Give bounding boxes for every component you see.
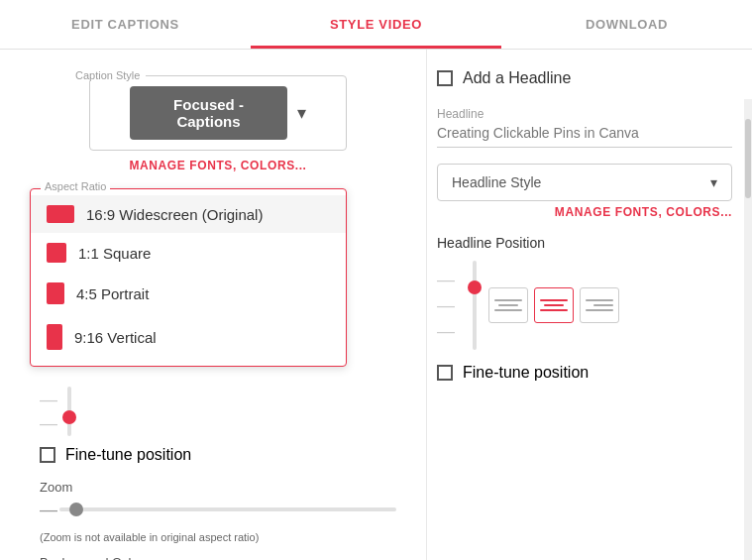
caption-style-box: Focused - Captions ▾: [89, 75, 347, 151]
headline-field-value: Creating Clickable Pins in Canva: [437, 125, 732, 148]
right-fine-tune-checkbox[interactable]: [437, 365, 453, 381]
manage-fonts-link[interactable]: MANAGE FONTS, COLORS...: [129, 159, 306, 172]
aspect-ratio-item-square[interactable]: 1:1 Square: [31, 233, 346, 273]
ar-line2: [593, 304, 613, 306]
right-panel: Add a Headline Headline Creating Clickab…: [426, 50, 752, 560]
align-left-button[interactable]: [488, 287, 528, 323]
portrait-icon: [47, 282, 64, 304]
ac-line2: [544, 304, 564, 306]
align-center-button[interactable]: [534, 287, 574, 323]
main-content: Caption Style Focused - Captions ▾ MANAG…: [0, 50, 752, 560]
pos-dash-2: —: [40, 414, 57, 432]
pos-dash-1: —: [40, 391, 57, 408]
caption-style-label: Caption Style: [69, 69, 146, 81]
pos-thumb[interactable]: [62, 410, 76, 424]
vertical-icon: [47, 324, 62, 350]
bg-color-label: Background Color: [40, 555, 396, 560]
fine-tune-checkbox[interactable]: [40, 447, 55, 463]
caption-dropdown-arrow-icon[interactable]: ▾: [297, 102, 306, 124]
aspect-ratio-item-widescreen[interactable]: 16:9 Widescreen (Original): [31, 195, 346, 233]
headline-position-label: Headline Position: [437, 235, 732, 251]
right-fine-tune-row: Fine-tune position: [437, 364, 732, 382]
add-headline-row: Add a Headline: [437, 69, 732, 87]
zoom-thumb[interactable]: [69, 503, 83, 516]
zoom-dash: —: [40, 501, 52, 518]
right-fine-tune-label: Fine-tune position: [463, 364, 589, 382]
fine-tune-label: Fine-tune position: [65, 446, 191, 464]
ar-line3: [586, 309, 613, 311]
headline-field-label: Headline: [437, 107, 732, 121]
al-line3: [494, 309, 522, 311]
pos-track: [67, 387, 71, 436]
square-icon: [47, 243, 66, 263]
scrollbar-thumb[interactable]: [745, 119, 751, 198]
left-panel: Caption Style Focused - Captions ▾ MANAG…: [0, 50, 426, 560]
headline-style-select[interactable]: Headline Style ▾: [437, 164, 732, 201]
hp-dash-3: —: [437, 322, 455, 340]
zoom-track[interactable]: [59, 507, 396, 511]
tab-style-video[interactable]: STYLE VIDEO: [251, 0, 501, 49]
tab-bar: EDIT CAPTIONS STYLE VIDEO DOWNLOAD: [0, 0, 752, 50]
aspect-ratio-item-portrait[interactable]: 4:5 Portrait: [31, 273, 346, 314]
ar-line1: [586, 299, 613, 301]
ac-line3: [540, 309, 568, 311]
left-controls: — — Fine-tune position Zoom —: [30, 387, 406, 560]
tab-download[interactable]: DOWNLOAD: [501, 0, 752, 49]
al-line2: [498, 304, 518, 306]
add-headline-checkbox[interactable]: [437, 70, 453, 86]
caption-style-section: Caption Style Focused - Captions ▾ MANAG…: [30, 69, 406, 172]
position-slider-row: — —: [40, 387, 396, 436]
headline-style-arrow-icon: ▾: [710, 174, 717, 190]
align-buttons-group: [488, 287, 619, 323]
headline-pos-track: [473, 261, 477, 350]
al-line1: [494, 299, 522, 301]
hp-dash-1: —: [437, 271, 455, 288]
aspect-ratio-item-vertical[interactable]: 9:16 Vertical: [31, 314, 346, 360]
zoom-note: (Zoom is not available in original aspec…: [40, 530, 396, 545]
ac-line1: [540, 299, 568, 301]
aspect-ratio-legend: Aspect Ratio: [41, 180, 110, 192]
fine-tune-row: Fine-tune position: [40, 446, 396, 464]
headline-pos-thumb[interactable]: [468, 280, 482, 294]
tab-edit-captions[interactable]: EDIT CAPTIONS: [0, 0, 251, 49]
hp-dash-2: —: [437, 296, 455, 314]
add-headline-label: Add a Headline: [463, 69, 571, 87]
zoom-label: Zoom: [40, 480, 396, 495]
right-manage-fonts-link[interactable]: MANAGE FONTS, COLORS...: [437, 205, 732, 219]
aspect-ratio-dropdown: Aspect Ratio 16:9 Widescreen (Original) …: [30, 188, 347, 367]
headline-pos-dashes: — — —: [437, 271, 455, 340]
scrollbar[interactable]: [744, 99, 752, 560]
zoom-section: Zoom — (Zoom is not available in origina…: [40, 480, 396, 545]
headline-position-controls: — — —: [437, 261, 732, 350]
caption-style-button[interactable]: Focused - Captions: [130, 86, 287, 140]
position-sliders: — —: [40, 391, 57, 432]
headline-field: Headline Creating Clickable Pins in Canv…: [437, 107, 732, 148]
widescreen-icon: [47, 205, 74, 223]
zoom-slider-row: —: [40, 501, 396, 518]
align-right-button[interactable]: [580, 287, 619, 323]
headline-style-label: Headline Style: [452, 174, 541, 190]
